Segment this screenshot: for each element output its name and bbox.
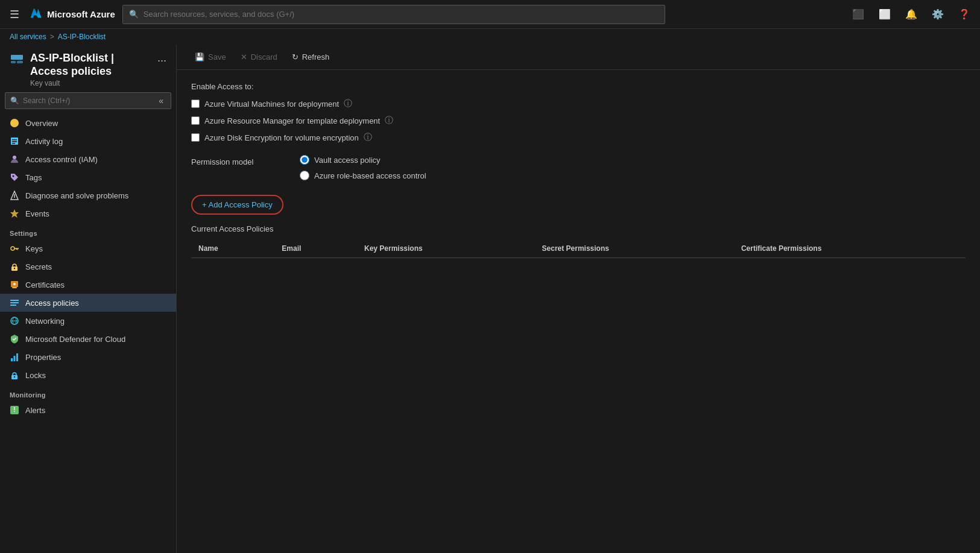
sidebar-item-locks[interactable]: Locks [0, 366, 176, 384]
main-content: 💾 Save ✕ Discard ↻ Refresh Enable Access… [177, 45, 980, 553]
sidebar-item-access-control[interactable]: Access control (IAM) [0, 150, 176, 168]
breadcrumb-sep1: > [50, 33, 54, 41]
sidebar-item-activity-log[interactable]: Activity log [0, 132, 176, 150]
sidebar-search-input[interactable] [23, 96, 153, 105]
svg-rect-1 [11, 61, 16, 63]
sidebar-item-events[interactable]: Events [0, 204, 176, 223]
svg-rect-6 [12, 141, 17, 142]
policies-table: Name Email Key Permissions Secret Permis… [191, 239, 966, 258]
breadcrumb-all-services[interactable]: All services [10, 33, 46, 41]
diagnose-icon [10, 191, 19, 200]
refresh-icon: ↻ [292, 52, 299, 62]
hamburger-menu[interactable]: ☰ [7, 5, 22, 24]
sidebar-item-overview[interactable]: Overview [0, 114, 176, 132]
save-icon: 💾 [195, 52, 204, 62]
alerts-icon: ! [10, 405, 19, 415]
current-policies-title: Current Access Policies [191, 224, 966, 233]
svg-rect-5 [12, 139, 17, 141]
permission-model-section: Permission model Vault access policy Azu… [191, 155, 966, 180]
disk-encryption-label: Azure Disk Encryption for volume encrypt… [204, 133, 359, 142]
search-input[interactable] [144, 10, 659, 19]
discard-button[interactable]: ✕ Discard [235, 49, 283, 65]
svg-rect-29 [11, 358, 13, 361]
notifications-icon[interactable]: 🔔 [903, 6, 920, 22]
defender-icon [10, 334, 19, 344]
sidebar-search-box[interactable]: 🔍 « [5, 92, 171, 109]
rbac-label: Azure role-based access control [314, 171, 426, 180]
page-title: AS-IP-Blocklist | Access policies [30, 52, 151, 78]
main-layout: AS-IP-Blocklist | Access policies Key va… [0, 45, 980, 553]
arm-deployment-label: Azure Resource Manager for template depl… [204, 116, 380, 125]
svg-point-10 [14, 197, 15, 198]
sidebar-nav: Overview Activity log Access control (IA… [0, 114, 176, 553]
vault-policy-radio[interactable] [300, 155, 309, 165]
vault-policy-label: Vault access policy [314, 156, 381, 165]
form-content: Enable Access to: Azure Virtual Machines… [177, 70, 980, 553]
vm-deployment-info-icon[interactable]: ⓘ [344, 98, 352, 109]
events-icon [10, 209, 19, 218]
sidebar: AS-IP-Blocklist | Access policies Key va… [0, 45, 177, 553]
sidebar-item-diagnose[interactable]: Diagnose and solve problems [0, 186, 176, 204]
add-access-policy-button[interactable]: + Add Access Policy [191, 195, 283, 215]
checkbox-row-vm: Azure Virtual Machines for deployment ⓘ [191, 98, 966, 109]
sidebar-item-keys[interactable]: Keys [0, 239, 176, 258]
svg-rect-24 [10, 302, 19, 303]
toolbar: 💾 Save ✕ Discard ↻ Refresh [177, 45, 980, 70]
keys-icon [10, 244, 19, 253]
refresh-button[interactable]: ↻ Refresh [286, 49, 336, 65]
col-cert-permissions: Certificate Permissions [734, 239, 966, 258]
sidebar-item-properties[interactable]: Properties [0, 348, 176, 366]
arm-deployment-info-icon[interactable]: ⓘ [385, 115, 393, 126]
sidebar-item-access-policies[interactable]: Access policies [0, 294, 176, 312]
breadcrumb-resource[interactable]: AS-IP-Blocklist [58, 33, 106, 41]
svg-rect-22 [12, 287, 17, 288]
vm-deployment-label: Azure Virtual Machines for deployment [204, 100, 339, 109]
sidebar-item-certificates[interactable]: Certificates [0, 276, 176, 294]
svg-rect-30 [14, 356, 16, 361]
portal-icon[interactable]: ⬜ [876, 6, 893, 22]
sidebar-item-alerts[interactable]: ! Alerts [0, 401, 176, 419]
disk-encryption-checkbox[interactable] [191, 133, 200, 142]
resource-icon [10, 54, 24, 70]
arm-deployment-checkbox[interactable] [191, 116, 200, 125]
svg-point-13 [11, 247, 14, 250]
sidebar-item-networking[interactable]: Networking [0, 312, 176, 330]
disk-encryption-info-icon[interactable]: ⓘ [364, 132, 372, 143]
rbac-radio[interactable] [300, 171, 309, 180]
svg-point-9 [13, 175, 14, 177]
locks-icon [10, 370, 19, 380]
help-icon[interactable]: ❓ [956, 6, 973, 22]
svg-rect-2 [17, 61, 23, 63]
save-button[interactable]: 💾 Save [189, 49, 232, 65]
sidebar-header-text: AS-IP-Blocklist | Access policies Key va… [30, 52, 151, 87]
cloud-shell-icon[interactable]: ⬛ [850, 6, 867, 22]
settings-section-label: Settings [0, 223, 176, 239]
col-key-permissions: Key Permissions [357, 239, 535, 258]
svg-point-21 [13, 283, 16, 285]
sidebar-search-icon: 🔍 [10, 96, 19, 105]
monitoring-section-label: Monitoring [0, 384, 176, 401]
more-options-btn[interactable]: ... [157, 52, 166, 65]
sidebar-item-secrets[interactable]: Secrets [0, 258, 176, 276]
vm-deployment-checkbox[interactable] [191, 100, 200, 108]
radio-row-vault: Vault access policy [300, 155, 426, 165]
checkbox-row-arm: Azure Resource Manager for template depl… [191, 115, 966, 126]
settings-icon[interactable]: ⚙️ [929, 6, 946, 22]
sidebar-item-tags[interactable]: Tags [0, 168, 176, 186]
svg-point-3 [10, 119, 19, 127]
certificates-icon [10, 280, 19, 289]
access-control-icon [10, 154, 19, 164]
search-icon: 🔍 [129, 10, 139, 19]
tags-icon [10, 172, 19, 182]
global-search[interactable]: 🔍 [122, 5, 665, 24]
top-nav: ☰ Microsoft Azure 🔍 ⬛ ⬜ 🔔 ⚙️ ❓ [0, 0, 980, 29]
breadcrumb: All services > AS-IP-Blocklist [0, 29, 980, 45]
discard-icon: ✕ [241, 52, 247, 62]
sidebar-header: AS-IP-Blocklist | Access policies Key va… [0, 45, 176, 92]
svg-point-34 [14, 376, 15, 378]
radio-row-rbac: Azure role-based access control [300, 171, 426, 180]
sidebar-collapse-btn[interactable]: « [156, 95, 166, 107]
topnav-icons: ⬛ ⬜ 🔔 ⚙️ ❓ [850, 6, 973, 22]
svg-rect-23 [10, 300, 19, 301]
sidebar-item-defender[interactable]: Microsoft Defender for Cloud [0, 330, 176, 348]
